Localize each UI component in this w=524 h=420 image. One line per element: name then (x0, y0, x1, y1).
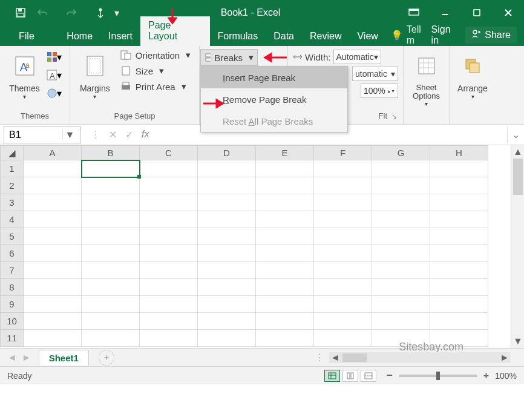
ribbon-display-icon[interactable] (398, 0, 430, 25)
row-header[interactable]: 4 (1, 211, 24, 228)
menu-reset-page-breaks: Reset All Page Breaks (201, 110, 347, 132)
tab-data[interactable]: Data (266, 27, 302, 46)
zoom-out-icon[interactable]: − (386, 369, 393, 382)
lightbulb-icon: 💡 (391, 30, 403, 41)
fonts-icon: A (46, 69, 57, 81)
expand-formula-bar-icon[interactable]: ⌄ (507, 126, 524, 143)
col-header[interactable]: G (372, 146, 430, 160)
sheet-nav-prev-icon[interactable]: ◄ (7, 352, 17, 363)
redo-icon[interactable] (62, 4, 81, 21)
select-all-cell[interactable]: ◢ (1, 146, 24, 160)
tab-formulas[interactable]: Formulas (210, 27, 266, 46)
row-header[interactable]: 6 (1, 245, 24, 262)
touch-mode-icon[interactable] (91, 4, 110, 21)
save-icon[interactable] (11, 4, 30, 21)
view-normal-icon[interactable] (324, 370, 340, 382)
view-page-break-icon[interactable] (361, 370, 376, 382)
svg-rect-43 (351, 373, 353, 379)
svg-rect-42 (347, 373, 350, 379)
print-area-button[interactable]: Print Area▾ (117, 80, 193, 93)
svg-text:a: a (25, 61, 30, 70)
name-box-input[interactable] (4, 130, 62, 140)
themes-button[interactable]: Aa Themes ▾ (8, 48, 42, 102)
print-area-icon (120, 81, 132, 92)
hscroll-thumb[interactable] (342, 353, 367, 362)
theme-effects-button[interactable]: ▾ (45, 85, 62, 102)
zoom-level[interactable]: 100% (495, 371, 517, 381)
row-header[interactable]: 1 (1, 160, 24, 177)
scroll-up-icon[interactable]: ▲ (511, 145, 524, 159)
effects-icon (46, 87, 57, 99)
row-header[interactable]: 9 (1, 296, 24, 313)
qat-customize-icon[interactable]: ▾ (113, 4, 121, 21)
fx-icon[interactable]: fx (142, 129, 149, 140)
name-box-dropdown[interactable]: ▼ (62, 130, 77, 140)
close-icon[interactable] (493, 0, 524, 25)
svg-rect-7 (474, 10, 480, 16)
svg-rect-2 (18, 13, 24, 16)
tab-review[interactable]: Review (302, 27, 349, 46)
enter-icon[interactable]: ✓ (125, 129, 133, 140)
row-header[interactable]: 5 (1, 228, 24, 245)
theme-colors-button[interactable]: ▾ (45, 48, 62, 65)
row-header[interactable]: 11 (1, 330, 24, 347)
col-header[interactable]: A (24, 146, 82, 160)
margins-button[interactable]: Margins ▾ (76, 48, 114, 100)
share-button[interactable]: Share (465, 27, 517, 44)
tab-home[interactable]: Home (59, 27, 100, 46)
sheet-tab[interactable]: Sheet1 (39, 350, 89, 366)
col-header[interactable]: C (140, 146, 198, 160)
row-header[interactable]: 8 (1, 279, 24, 296)
scroll-right-icon[interactable]: ► (499, 352, 511, 363)
scroll-down-icon[interactable]: ▼ (511, 335, 524, 348)
svg-point-10 (473, 30, 477, 34)
svg-rect-17 (53, 52, 57, 56)
row-header[interactable]: 3 (1, 194, 24, 211)
col-header[interactable]: H (430, 146, 488, 160)
active-cell[interactable] (82, 160, 140, 177)
cancel-icon[interactable]: ✕ (109, 129, 117, 140)
name-box[interactable]: ▼ (4, 126, 81, 143)
theme-fonts-button[interactable]: A▾ (45, 67, 62, 84)
breaks-button[interactable]: Breaks ▾ (200, 49, 258, 66)
row-header[interactable]: 7 (1, 262, 24, 279)
svg-rect-38 (470, 63, 479, 73)
view-page-layout-icon[interactable] (342, 370, 358, 382)
zoom-slider[interactable] (399, 375, 477, 377)
tab-insert[interactable]: Insert (100, 27, 140, 46)
tell-me[interactable]: 💡 Tell m (391, 24, 431, 46)
col-header[interactable]: D (198, 146, 256, 160)
vertical-scrollbar[interactable]: ▲ ▼ (511, 145, 524, 348)
menu-insert-page-break[interactable]: Insert Page Break (201, 67, 347, 88)
split-handle[interactable]: ⋮ (315, 352, 329, 363)
size-button[interactable]: Size▾ (117, 64, 193, 77)
sign-in-link[interactable]: Sign in (431, 24, 460, 46)
scroll-thumb[interactable] (513, 159, 523, 195)
title-bar: ▾ Book1 - Excel (0, 0, 524, 25)
arrange-button[interactable]: Arrange ▾ (456, 48, 490, 100)
width-row[interactable]: Width:Automatic▾ (293, 48, 398, 65)
add-sheet-button[interactable]: ＋ (99, 350, 114, 366)
col-header[interactable]: E (256, 146, 314, 160)
minimize-icon[interactable] (430, 0, 461, 25)
margins-icon (85, 54, 105, 78)
undo-icon[interactable] (33, 4, 52, 21)
maximize-icon[interactable] (461, 0, 493, 25)
svg-rect-19 (53, 57, 57, 62)
spreadsheet-grid[interactable]: ◢ A B C D E F G H 1 2 3 4 5 6 7 8 9 10 1… (0, 145, 524, 348)
scroll-left-icon[interactable]: ◄ (329, 352, 341, 363)
orientation-button[interactable]: Orientation▾ (117, 48, 193, 62)
row-header[interactable]: 10 (1, 313, 24, 330)
sheet-nav-next-icon[interactable]: ► (22, 352, 31, 363)
dialog-launcher-icon[interactable]: ↘ (391, 113, 397, 120)
tab-file[interactable]: File (11, 27, 42, 46)
col-header[interactable]: B (82, 146, 140, 160)
tab-view[interactable]: View (349, 27, 385, 46)
row-header[interactable]: 2 (1, 177, 24, 194)
sheet-options-button[interactable]: SheetOptions ▾ (406, 48, 447, 107)
svg-rect-31 (206, 58, 211, 61)
zoom-control[interactable]: − + 100% (386, 369, 517, 382)
zoom-in-icon[interactable]: + (483, 370, 489, 381)
col-header[interactable]: F (314, 146, 372, 160)
horizontal-scrollbar[interactable]: ◄ ► (329, 352, 511, 363)
